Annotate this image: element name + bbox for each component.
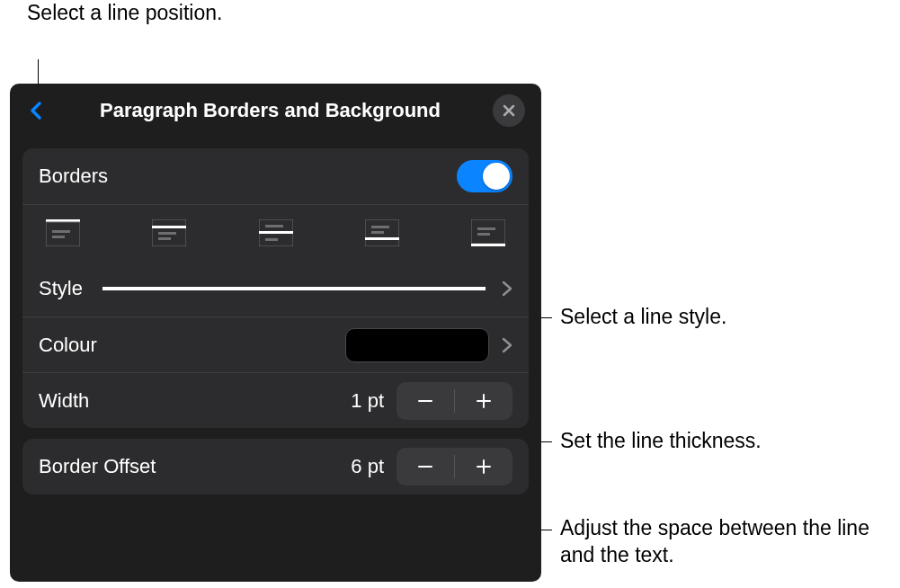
width-value: 1 pt xyxy=(351,389,384,413)
borders-section: Borders xyxy=(22,148,529,428)
style-preview xyxy=(102,287,486,290)
borders-panel: Paragraph Borders and Background Borders xyxy=(10,84,541,582)
offset-section: Border Offset 6 pt xyxy=(22,439,529,494)
border-position-upper-middle[interactable] xyxy=(152,219,186,246)
chevron-left-icon xyxy=(26,100,48,121)
offset-label: Border Offset xyxy=(39,455,156,478)
svg-rect-19 xyxy=(477,227,495,230)
plus-icon xyxy=(475,458,493,476)
callout-position: Select a line position. xyxy=(27,0,222,27)
width-label: Width xyxy=(39,389,89,413)
svg-rect-12 xyxy=(259,231,293,234)
svg-rect-8 xyxy=(158,232,176,235)
borders-toggle-row: Borders xyxy=(22,148,529,204)
svg-rect-17 xyxy=(365,237,399,240)
offset-decrement-button[interactable] xyxy=(397,448,454,486)
border-position-top[interactable] xyxy=(46,219,80,246)
callout-width: Set the line thickness. xyxy=(560,428,762,455)
borders-toggle[interactable] xyxy=(457,160,512,192)
colour-row[interactable]: Colour xyxy=(22,316,529,372)
svg-rect-5 xyxy=(52,236,65,238)
panel-title: Paragraph Borders and Background xyxy=(48,99,493,122)
minus-icon xyxy=(416,458,434,476)
offset-value: 6 pt xyxy=(351,455,384,478)
chevron-right-icon xyxy=(502,281,512,297)
width-decrement-button[interactable] xyxy=(397,382,454,420)
width-row: Width 1 pt xyxy=(22,372,529,428)
svg-rect-13 xyxy=(265,238,278,241)
close-button[interactable] xyxy=(493,94,525,127)
svg-rect-11 xyxy=(265,225,283,227)
borders-label: Borders xyxy=(39,165,108,188)
border-upper-middle-icon xyxy=(152,219,186,246)
panel-header: Paragraph Borders and Background xyxy=(10,84,541,138)
border-middle-icon xyxy=(259,219,293,246)
width-increment-button[interactable] xyxy=(455,382,512,420)
callout-offset: Adjust the space between the line and th… xyxy=(560,515,884,569)
plus-icon xyxy=(475,392,493,410)
border-position-bottom[interactable] xyxy=(471,219,505,246)
toggle-knob xyxy=(483,163,510,190)
colour-label: Colour xyxy=(39,334,97,357)
svg-rect-21 xyxy=(471,244,505,246)
offset-row: Border Offset 6 pt xyxy=(22,439,529,494)
minus-icon xyxy=(416,392,434,410)
svg-rect-7 xyxy=(152,226,186,228)
offset-stepper xyxy=(397,448,512,486)
style-row[interactable]: Style xyxy=(22,261,529,316)
chevron-right-icon xyxy=(502,337,512,353)
svg-rect-4 xyxy=(52,230,70,233)
svg-rect-3 xyxy=(46,222,80,246)
svg-rect-15 xyxy=(371,226,389,228)
border-position-lower-middle[interactable] xyxy=(365,219,399,246)
close-icon xyxy=(502,103,516,118)
colour-well[interactable] xyxy=(345,328,489,362)
offset-increment-button[interactable] xyxy=(455,448,512,486)
width-stepper xyxy=(397,382,512,420)
border-lower-middle-icon xyxy=(365,219,399,246)
callout-style: Select a line style. xyxy=(560,304,726,331)
border-bottom-icon xyxy=(471,219,505,246)
svg-rect-20 xyxy=(477,233,490,236)
svg-rect-16 xyxy=(371,231,384,234)
svg-rect-9 xyxy=(158,237,171,240)
svg-rect-18 xyxy=(471,219,505,244)
border-position-middle[interactable] xyxy=(259,219,293,246)
border-position-row xyxy=(22,204,529,261)
style-label: Style xyxy=(39,277,83,300)
back-button[interactable] xyxy=(26,100,48,121)
border-top-icon xyxy=(46,219,80,246)
